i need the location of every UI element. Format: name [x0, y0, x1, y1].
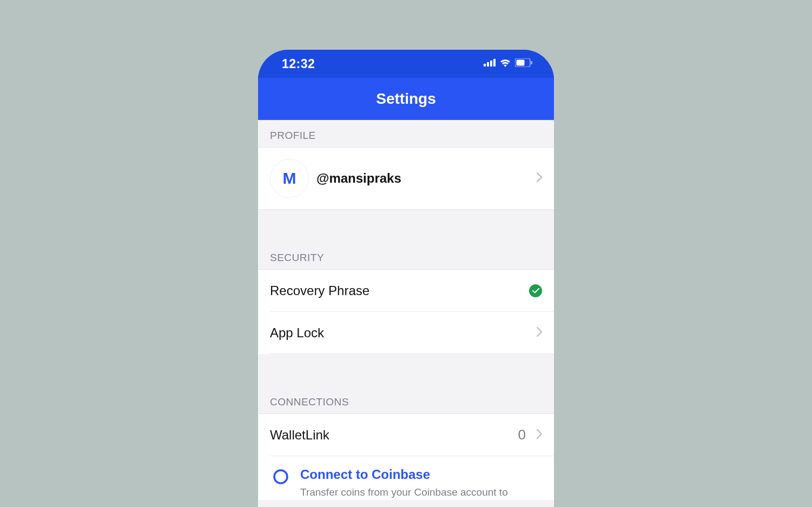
svg-rect-5 [517, 60, 525, 66]
svg-rect-3 [493, 59, 496, 66]
cellular-icon [484, 59, 496, 69]
battery-icon [515, 58, 532, 69]
app-lock-label: App Lock [270, 325, 537, 341]
walletlink-label: WalletLink [270, 428, 518, 443]
coinbase-logo-icon [270, 467, 292, 484]
svg-rect-1 [487, 62, 489, 66]
nav-bar: Settings [258, 78, 554, 120]
svg-point-7 [274, 470, 287, 483]
connect-coinbase-row[interactable]: Connect to Coinbase Transfer coins from … [258, 456, 554, 500]
connect-title: Connect to Coinbase [300, 467, 542, 482]
svg-rect-2 [490, 61, 492, 66]
chevron-right-icon [537, 429, 542, 441]
avatar-letter: M [283, 169, 296, 188]
avatar: M [270, 159, 309, 198]
check-badge-icon [529, 284, 542, 297]
section-header-profile: PROFILE [258, 120, 554, 148]
section-header-security: SECURITY [258, 242, 554, 270]
chevron-right-icon [537, 172, 542, 184]
chevron-right-icon [537, 327, 542, 339]
connect-text: Connect to Coinbase Transfer coins from … [300, 467, 542, 500]
profile-username: @mansipraks [316, 171, 537, 186]
svg-rect-6 [531, 61, 533, 64]
wifi-icon [499, 58, 511, 69]
connect-subtitle: Transfer coins from your Coinbase accoun… [300, 485, 542, 500]
phone-frame: 12:32 [258, 50, 554, 507]
status-icons [484, 58, 532, 69]
status-time: 12:32 [282, 57, 315, 71]
walletlink-row[interactable]: WalletLink 0 [270, 414, 554, 456]
status-bar: 12:32 [258, 50, 554, 78]
walletlink-value: 0 [518, 426, 526, 443]
profile-row[interactable]: M @mansipraks [258, 148, 554, 210]
page-title: Settings [376, 90, 435, 108]
svg-rect-0 [484, 64, 486, 66]
header-area: 12:32 [258, 50, 554, 120]
recovery-phrase-row[interactable]: Recovery Phrase [270, 270, 554, 312]
app-lock-row[interactable]: App Lock [270, 312, 554, 354]
recovery-phrase-label: Recovery Phrase [270, 283, 529, 298]
section-header-connections: CONNECTIONS [258, 386, 554, 414]
section-gap [258, 354, 554, 386]
section-gap [258, 210, 554, 242]
